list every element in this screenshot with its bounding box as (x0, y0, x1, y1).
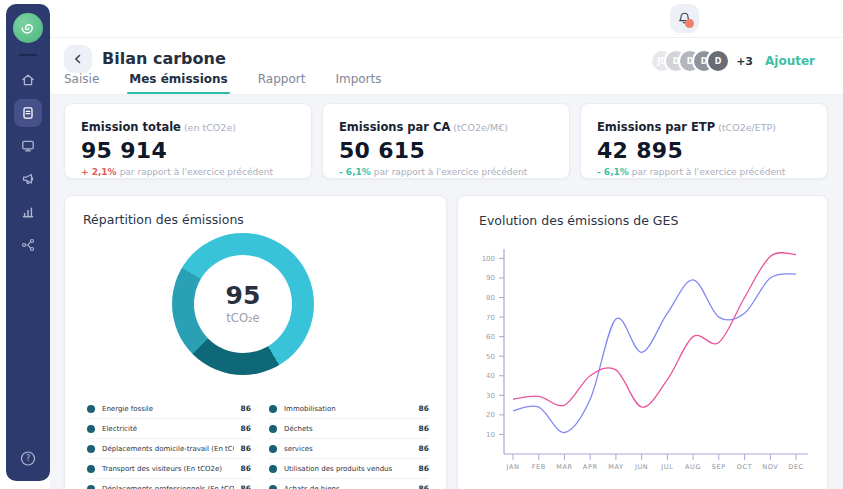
svg-text:FEB: FEB (532, 463, 546, 471)
kpi-value: 42 895 (597, 138, 811, 163)
svg-text:60: 60 (486, 333, 495, 341)
legend-item: Déchets86 (269, 419, 429, 439)
tab-rapport[interactable]: Rapport (256, 72, 308, 94)
legend-dot-icon (269, 445, 277, 453)
avatar-more-count: +3 (736, 55, 753, 68)
spiral-logo-icon (19, 19, 37, 37)
legend-item: Transport des visiteurs (En tCO2e)86 (87, 459, 251, 479)
donut-chart: 95 tCO₂e (172, 233, 314, 375)
legend-value: 86 (419, 444, 429, 453)
svg-text:SEP: SEP (712, 463, 726, 471)
home-icon (20, 72, 36, 88)
svg-text:JUL: JUL (660, 463, 673, 471)
legend-label: services (284, 445, 412, 453)
kpi-delta: - 6,1% (597, 167, 629, 177)
sidebar-item-network[interactable] (14, 231, 42, 259)
svg-text:10: 10 (486, 431, 495, 439)
donut-center-value: 95 (226, 283, 261, 308)
legend-value: 86 (419, 464, 429, 473)
legend-dot-icon (87, 485, 95, 489)
avatar[interactable]: D (706, 49, 730, 73)
svg-text:AUG: AUG (685, 463, 701, 471)
legend-item: Déplacements domicile-travail (En tCO2e)… (87, 439, 251, 459)
notification-badge (685, 19, 694, 28)
kpi-card-emissions-par-etp: Emissions par ETP(tCO2e/ETP) 42 895 - 6,… (580, 103, 828, 179)
donut-legend-right: Immobilisation86Déchets86services86Utili… (269, 399, 429, 489)
svg-text:JAN: JAN (506, 463, 520, 471)
help-icon: ? (20, 450, 37, 467)
legend-label: Déchets (284, 425, 412, 433)
sidebar-item-documents[interactable] (14, 99, 42, 127)
legend-value: 86 (241, 464, 251, 473)
kpi-note-text: par rapport à l'exercice précédent (632, 167, 785, 177)
legend-value: 86 (241, 424, 251, 433)
legend-label: Electricité (102, 425, 234, 433)
megaphone-icon (20, 171, 36, 187)
svg-text:MAY: MAY (608, 463, 623, 471)
chevron-left-icon (72, 53, 84, 65)
svg-text:40: 40 (486, 372, 495, 380)
sidebar-item-analytics[interactable] (14, 198, 42, 226)
add-member-link[interactable]: Ajouter (765, 54, 815, 68)
kpi-delta: - 6,1% (339, 167, 371, 177)
legend-item: Electricité86 (87, 419, 251, 439)
svg-text:DEC: DEC (788, 463, 803, 471)
kpi-unit: (tCO2e/ETP) (718, 122, 776, 133)
kpi-title: Emission totale (81, 120, 181, 134)
svg-text:50: 50 (486, 353, 495, 361)
legend-label: Immobilisation (284, 405, 412, 413)
svg-text:NOV: NOV (762, 463, 778, 471)
sidebar-divider (19, 54, 37, 56)
legend-dot-icon (269, 425, 277, 433)
kpi-note-text: par rapport à l'exercice précédent (374, 167, 527, 177)
sidebar-item-dashboard[interactable] (14, 132, 42, 160)
back-button[interactable] (64, 45, 92, 73)
legend-item: Déplacements professionnels (En tCO2e)86 (87, 479, 251, 489)
donut-legend-left: Energie fossile86Electricité86Déplacemen… (87, 399, 251, 489)
donut-chart-card: Répartition des émissions 95 tCO₂e Energ… (64, 195, 447, 489)
legend-dot-icon (269, 465, 277, 473)
svg-text:JUN: JUN (634, 463, 648, 471)
svg-text:?: ? (26, 454, 30, 463)
tab-mes-emissions[interactable]: Mes émissions (127, 72, 229, 94)
app-logo[interactable] (13, 13, 43, 43)
ges-line-chart: 102030405060708090100JANFEBMARAPRMAYJUNJ… (466, 240, 822, 476)
monitor-icon (20, 138, 36, 154)
tab-imports[interactable]: Imports (333, 72, 383, 94)
sidebar-item-home[interactable] (14, 66, 42, 94)
legend-value: 86 (419, 404, 429, 413)
avatar-group: JDDDDD +3 Ajouter (650, 49, 815, 73)
legend-item: Immobilisation86 (269, 399, 429, 419)
bar-chart-icon (20, 204, 36, 220)
topbar (50, 0, 843, 38)
donut-chart-title: Répartition des émissions (83, 212, 244, 227)
svg-text:70: 70 (486, 314, 495, 322)
legend-label: Utilisation des produits vendus (284, 465, 412, 473)
legend-value: 86 (241, 484, 251, 489)
sidebar: ? (6, 4, 50, 481)
kpi-note-text: par rapport à l'exercice précédent (120, 167, 273, 177)
sidebar-item-campaigns[interactable] (14, 165, 42, 193)
svg-text:90: 90 (486, 274, 495, 282)
legend-dot-icon (269, 485, 277, 489)
hierarchy-icon (20, 237, 36, 253)
legend-value: 86 (419, 424, 429, 433)
legend-dot-icon (87, 445, 95, 453)
svg-text:100: 100 (482, 255, 495, 263)
legend-value: 86 (241, 444, 251, 453)
legend-item: services86 (269, 439, 429, 459)
main-content: Emission totale(en tCO2e) 95 914 + 2,1%p… (50, 95, 843, 489)
help-button[interactable]: ? (20, 450, 37, 467)
legend-label: Achats de biens (284, 485, 412, 489)
legend-item: Utilisation des produits vendus86 (269, 459, 429, 479)
line-chart-title: Evolution des émissions de GES (479, 213, 678, 228)
legend-label: Transport des visiteurs (En tCO2e) (102, 465, 234, 473)
tab-saisie[interactable]: Saisie (62, 72, 101, 94)
notifications-button[interactable] (670, 4, 699, 33)
kpi-unit: (en tCO2e) (184, 122, 236, 133)
donut-center: 95 tCO₂e (194, 255, 292, 353)
svg-text:20: 20 (486, 411, 495, 419)
avatar-stack: JDDDDD (650, 49, 730, 73)
page-title: Bilan carbone (102, 49, 226, 68)
svg-text:OCT: OCT (737, 463, 752, 471)
